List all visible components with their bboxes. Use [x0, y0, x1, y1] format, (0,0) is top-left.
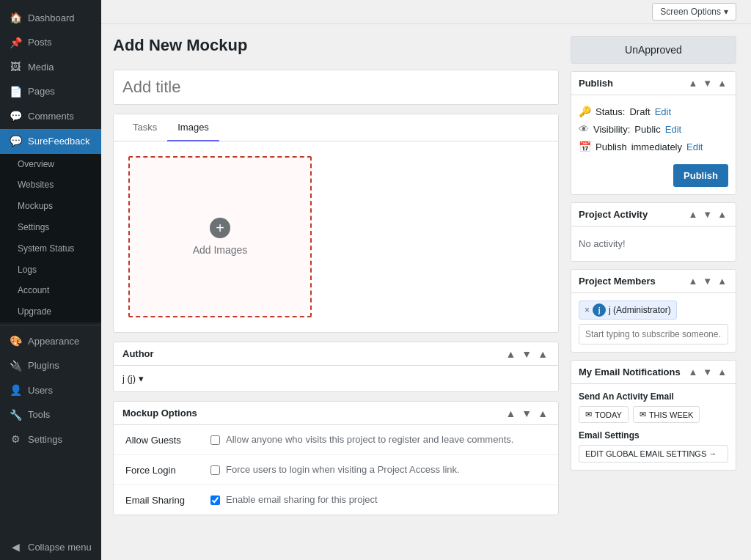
- email-notifications-body: Send An Activity Email ✉ TODAY ✉ THIS WE…: [571, 384, 736, 470]
- email-ctrl-down[interactable]: ▼: [701, 366, 714, 377]
- tools-icon: 🔧: [9, 408, 22, 423]
- sidebar-item-account[interactable]: Account: [0, 280, 101, 301]
- activity-ctrl-up[interactable]: ▲: [686, 209, 699, 220]
- sidebar-item-settings[interactable]: ⚙ Settings: [0, 427, 101, 452]
- mockup-options-down[interactable]: ▼: [520, 408, 533, 419]
- settings-sf-label: Settings: [18, 221, 49, 234]
- appearance-icon: 🎨: [9, 334, 22, 349]
- members-ctrl-toggle[interactable]: ▲: [716, 276, 728, 287]
- image-drop-zone[interactable]: + Add Images: [128, 156, 312, 317]
- systemstatus-label: System Status: [18, 243, 74, 255]
- sidebar-item-media[interactable]: 🖼 Media: [0, 55, 101, 80]
- websites-label: Websites: [18, 179, 54, 191]
- publish-ctrl-up[interactable]: ▲: [686, 78, 699, 89]
- project-members-header: Project Members ▲ ▼ ▲: [571, 270, 736, 293]
- member-tag: × j j (Administrator): [579, 301, 677, 320]
- email-controls: ▲ ▼ ▲: [686, 366, 728, 377]
- today-email-button[interactable]: ✉ TODAY: [579, 406, 629, 423]
- project-activity-header: Project Activity ▲ ▼ ▲: [571, 203, 736, 226]
- sidebar-item-appearance[interactable]: 🎨 Appearance: [0, 329, 101, 354]
- tabs-bar: Tasks Images: [114, 114, 558, 141]
- sidebar-item-surefeedback[interactable]: 💬 SureFeedback: [0, 129, 101, 154]
- status-edit-link[interactable]: Edit: [655, 106, 671, 117]
- sidebar-item-label: Comments: [28, 110, 74, 123]
- upgrade-label: Upgrade: [18, 306, 51, 318]
- sidebar-item-mockups[interactable]: Mockups: [0, 196, 101, 217]
- sidebar-item-posts[interactable]: 📌 Posts: [0, 31, 101, 56]
- publish-title: Publish: [579, 78, 686, 89]
- visibility-edit-link[interactable]: Edit: [665, 124, 681, 135]
- author-collapse-toggle[interactable]: ▲: [536, 349, 549, 359]
- chevron-down-icon: ▾: [724, 7, 728, 17]
- send-email-label: Send An Activity Email: [579, 391, 728, 402]
- sidebar-item-plugins[interactable]: 🔌 Plugins: [0, 354, 101, 379]
- subscribe-input[interactable]: [579, 324, 728, 345]
- member-remove-btn[interactable]: ×: [585, 305, 590, 315]
- publish-panel: Publish ▲ ▼ ▲ 🔑 Status: Draft Edit: [571, 71, 736, 195]
- screen-options-button[interactable]: Screen Options ▾: [652, 3, 736, 21]
- author-select[interactable]: j (j) ▾: [122, 373, 549, 384]
- sidebar-item-dashboard[interactable]: 🏠 Dashboard: [0, 6, 101, 31]
- email-sharing-content: Enable email sharing for this project: [210, 494, 546, 505]
- publish-button[interactable]: Publish: [673, 164, 728, 187]
- mockup-options-toggle[interactable]: ▲: [536, 408, 549, 419]
- sidebar-item-websites[interactable]: Websites: [0, 174, 101, 196]
- publish-edit-link[interactable]: Edit: [686, 141, 703, 152]
- sidebar-item-overview[interactable]: Overview: [0, 154, 101, 175]
- allow-guests-checkbox[interactable]: [210, 435, 220, 445]
- email-notifications-header: My Email Notifications ▲ ▼ ▲: [571, 361, 736, 384]
- project-members-panel: Project Members ▲ ▼ ▲ × j j (Administrat…: [571, 269, 736, 353]
- left-column: Add New Mockup Tasks Images + Add Images: [113, 36, 559, 548]
- overview-label: Overview: [18, 158, 54, 171]
- sidebar-item-upgrade[interactable]: Upgrade: [0, 301, 101, 323]
- publish-ctrl-toggle[interactable]: ▲: [716, 78, 728, 89]
- media-icon: 🖼: [9, 60, 22, 75]
- members-ctrl-down[interactable]: ▼: [701, 276, 714, 287]
- option-row-force-login: Force Login Force users to login when vi…: [114, 455, 558, 485]
- week-email-button[interactable]: ✉ THIS WEEK: [633, 406, 700, 423]
- unapproved-button[interactable]: UnApproved: [571, 36, 736, 64]
- activity-ctrl-down[interactable]: ▼: [701, 209, 714, 220]
- email-ctrl-up[interactable]: ▲: [686, 366, 699, 377]
- email-sharing-checkbox[interactable]: [210, 495, 220, 505]
- author-panel-title: Author: [122, 348, 504, 359]
- visibility-icon: 👁: [579, 123, 589, 135]
- members-ctrl-up[interactable]: ▲: [686, 276, 699, 287]
- content-area: Add New Mockup Tasks Images + Add Images: [101, 24, 751, 560]
- sidebar-item-comments[interactable]: 💬 Comments: [0, 104, 101, 129]
- author-collapse-up[interactable]: ▲: [504, 349, 517, 359]
- author-collapse-down[interactable]: ▼: [520, 349, 533, 359]
- publish-status-row: 🔑 Status: Draft Edit: [579, 103, 728, 120]
- sidebar-item-users[interactable]: 👤 Users: [0, 378, 101, 403]
- sidebar-item-pages[interactable]: 📄 Pages: [0, 80, 101, 105]
- edit-global-email-button[interactable]: EDIT GLOBAL EMAIL SETTINGS →: [579, 445, 728, 463]
- sidebar-item-systemstatus[interactable]: System Status: [0, 238, 101, 259]
- mockup-options-header: Mockup Options ▲ ▼ ▲: [114, 402, 558, 425]
- pages-icon: 📄: [9, 85, 22, 100]
- option-row-email-sharing: Email Sharing Enable email sharing for t…: [114, 485, 558, 515]
- sidebar-item-logs[interactable]: Logs: [0, 259, 101, 281]
- title-input[interactable]: [113, 70, 559, 105]
- activity-ctrl-toggle[interactable]: ▲: [716, 209, 728, 220]
- appearance-label: Appearance: [28, 335, 79, 348]
- project-activity-body: No activity!: [571, 226, 736, 261]
- tab-images[interactable]: Images: [167, 114, 219, 141]
- sidebar-item-settings-sf[interactable]: Settings: [0, 217, 101, 238]
- collapse-icon: ◀: [9, 540, 22, 555]
- edit-global-label: EDIT GLOBAL EMAIL SETTINGS →: [585, 449, 717, 458]
- email-settings-label: Email Settings: [579, 430, 728, 441]
- sidebar-item-tools[interactable]: 🔧 Tools: [0, 403, 101, 428]
- sidebar-collapse-btn[interactable]: ◀ Collapse menu: [0, 535, 101, 560]
- right-column: UnApproved Publish ▲ ▼ ▲ 🔑 Status:: [571, 36, 736, 548]
- sidebar-item-label: Media: [28, 61, 54, 74]
- publish-ctrl-down[interactable]: ▼: [701, 78, 714, 89]
- tab-tasks[interactable]: Tasks: [122, 114, 167, 141]
- sidebar-item-label: Posts: [28, 36, 52, 49]
- logs-label: Logs: [18, 264, 37, 276]
- mockup-options-up[interactable]: ▲: [504, 408, 517, 419]
- schedule-icon: 📅: [579, 141, 591, 152]
- project-activity-panel: Project Activity ▲ ▼ ▲ No activity!: [571, 202, 736, 262]
- email-ctrl-toggle[interactable]: ▲: [716, 366, 728, 377]
- force-login-checkbox[interactable]: [210, 465, 220, 475]
- publish-visibility-row: 👁 Visibility: Public Edit: [579, 120, 728, 138]
